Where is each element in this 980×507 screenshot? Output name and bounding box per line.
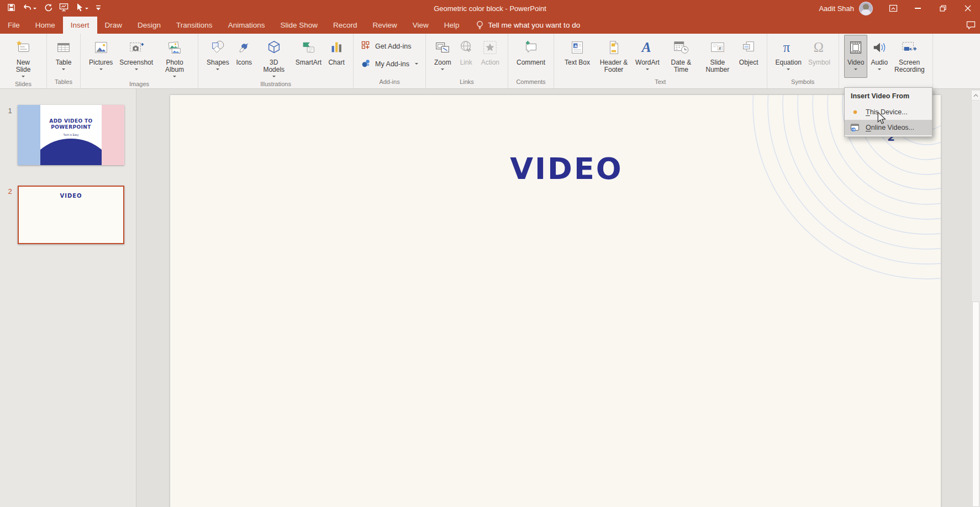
slide-number-icon: #	[709, 38, 726, 57]
insert-video-menu-title: Insert Video From	[845, 88, 932, 104]
ribbon-button-slide-number[interactable]: #Slide Number	[699, 35, 736, 78]
chart-icon	[328, 38, 345, 57]
ribbon-button-screen-recording[interactable]: Screen Recording	[891, 35, 928, 78]
comment-icon	[523, 38, 539, 57]
comments-button[interactable]	[966, 21, 976, 31]
date-time-icon	[673, 38, 689, 57]
dropdown-caret-icon	[272, 76, 276, 79]
pen-mode-button[interactable]	[76, 2, 88, 15]
restore-button[interactable]	[930, 0, 955, 17]
redo-icon	[44, 3, 52, 14]
ribbon-button-date-time[interactable]: Date & Time	[663, 35, 699, 78]
ribbon-button-label: WordArt	[635, 59, 660, 66]
ribbon-button-label: Equation	[776, 59, 802, 66]
thumb-title: ADD VIDEO TOPOWERPOINT	[40, 118, 102, 130]
ribbon-button-wordart[interactable]: AWordArt	[632, 35, 663, 78]
header-footer-icon	[605, 38, 622, 57]
tab-help[interactable]: Help	[436, 17, 467, 34]
tab-record[interactable]: Record	[325, 17, 365, 34]
ribbon-display-icon	[889, 4, 898, 13]
new-slide-icon	[15, 38, 31, 57]
customize-toolbar-icon	[96, 3, 101, 13]
menu-item-online-videos[interactable]: Online Videos...	[845, 120, 932, 135]
vertical-scrollbar[interactable]	[971, 91, 980, 507]
tab-animations[interactable]: Animations	[220, 17, 273, 34]
tab-home[interactable]: Home	[28, 17, 63, 34]
ribbon-button-zoom[interactable]: Zoom	[431, 35, 455, 78]
ribbon-button-chart[interactable]: Chart	[325, 35, 348, 80]
ribbon: New SlideSlidesTableTablesPicturesScreen…	[0, 34, 980, 89]
account-name[interactable]: Aadit Shah	[819, 4, 854, 13]
close-icon	[965, 5, 971, 12]
slide-thumbnail-1[interactable]: ADD VIDEO TOPOWERPOINTTech is Easy	[18, 105, 124, 165]
dropdown-caret-icon	[135, 68, 138, 72]
insert-video-menu: Insert Video From This Device...Online V…	[844, 87, 932, 137]
tab-view[interactable]: View	[405, 17, 436, 34]
customize-toolbar-button[interactable]	[96, 2, 101, 15]
ribbon-button-shapes[interactable]: Shapes	[203, 35, 233, 80]
tab-transitions[interactable]: Transitions	[168, 17, 220, 34]
dropdown-caret-icon	[85, 8, 88, 11]
ribbon-group-label: Comments	[513, 78, 549, 88]
close-button[interactable]	[955, 0, 980, 17]
ribbon-button-object[interactable]: Object	[736, 35, 762, 78]
ribbon-group-label: Tables	[52, 78, 75, 88]
svg-text:A: A	[641, 39, 651, 55]
smartart-icon	[300, 38, 317, 57]
slide-title-text[interactable]: VIDEO	[181, 151, 941, 186]
ribbon-button-symbol: ΩSymbol	[805, 35, 834, 78]
ribbon-group-text: AText BoxHeader & FooterAWordArtDate & T…	[554, 34, 767, 88]
ribbon-button-screenshot[interactable]: Screenshot	[116, 35, 156, 80]
ribbon-button-audio[interactable]: Audio	[867, 35, 891, 78]
ribbon-button-table[interactable]: Table	[52, 35, 75, 78]
tab-design[interactable]: Design	[130, 17, 168, 34]
ribbon-button-photo-album[interactable]: Photo Album	[156, 35, 193, 80]
save-button[interactable]	[7, 2, 15, 15]
tab-file[interactable]: File	[0, 17, 28, 34]
tab-insert[interactable]: Insert	[63, 17, 97, 34]
tab-draw[interactable]: Draw	[97, 17, 130, 34]
svg-text:Ω: Ω	[814, 40, 824, 55]
start-slideshow-button[interactable]	[59, 2, 69, 15]
ribbon-button-my-add-ins[interactable]: My Add-ins	[361, 58, 418, 70]
restore-icon	[940, 5, 946, 12]
ribbon-button-pictures[interactable]: Pictures	[86, 35, 116, 80]
user-avatar[interactable]	[859, 2, 873, 15]
tab-review[interactable]: Review	[365, 17, 405, 34]
slide-canvas[interactable]: VIDEO 2	[170, 95, 941, 507]
minimize-button[interactable]	[905, 0, 930, 17]
ribbon-button-get-add-ins[interactable]: Get Add-ins	[361, 40, 411, 52]
slide-thumbnail-2[interactable]: VIDEO	[18, 186, 124, 244]
ribbon-button-header-footer[interactable]: Header & Footer	[596, 35, 632, 78]
dropdown-caret-icon	[62, 68, 65, 72]
bullet-dot-icon	[850, 108, 861, 117]
audio-icon	[871, 38, 888, 57]
ribbon-button-video[interactable]: Video	[844, 35, 867, 78]
shapes-icon	[209, 38, 226, 57]
ribbon-button-smartart[interactable]: SmartArt	[292, 35, 325, 80]
ribbon-button-comment[interactable]: Comment	[513, 35, 549, 78]
dropdown-caret-icon	[646, 68, 649, 72]
ribbon-button-label: My Add-ins	[375, 60, 409, 68]
redo-button[interactable]	[44, 2, 52, 15]
ribbon-group-label: Links	[431, 78, 503, 88]
tab-slide-show[interactable]: Slide Show	[272, 17, 325, 34]
ribbon-button-icons[interactable]: Icons	[233, 35, 256, 80]
zoom-icon	[434, 38, 451, 57]
icons-icon	[236, 38, 252, 57]
menu-item-this-device[interactable]: This Device...	[845, 104, 932, 120]
undo-button[interactable]	[23, 2, 36, 15]
menu-item-label: Online Videos...	[866, 124, 914, 131]
thumb-title: VIDEO	[19, 193, 123, 199]
tell-me-box[interactable]: Tell me what you want to do	[467, 17, 586, 34]
link-icon	[458, 38, 475, 57]
ribbon-button-3d-models[interactable]: 3D Models	[256, 35, 292, 80]
ribbon-button-text-box[interactable]: AText Box	[559, 35, 596, 78]
scroll-up-button[interactable]	[972, 91, 980, 101]
ribbon-button-new-slide[interactable]: New Slide	[5, 35, 41, 80]
scrollbar-thumb[interactable]	[972, 302, 979, 507]
slide-number-label: 1	[2, 105, 18, 165]
ribbon-button-equation[interactable]: πEquation	[772, 35, 805, 78]
ribbon-button-label: Screenshot	[119, 59, 153, 66]
ribbon-display-options-button[interactable]	[881, 0, 905, 17]
